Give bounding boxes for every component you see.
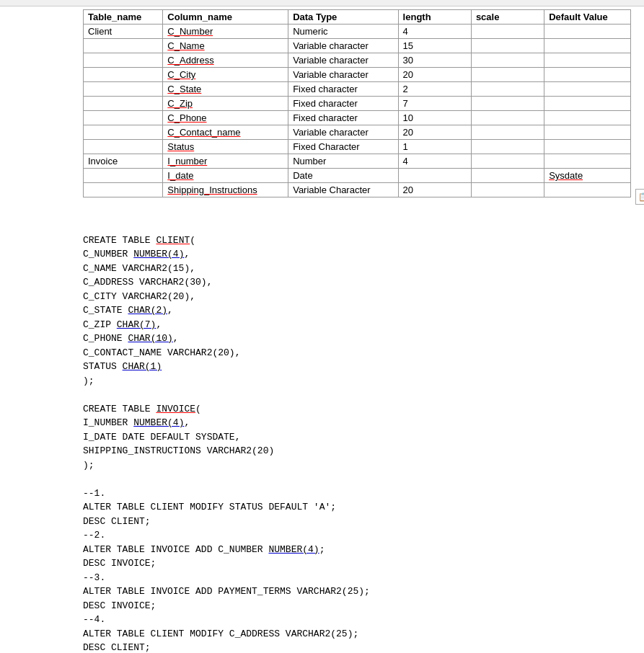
desc-2: DESC INVOICE; (83, 558, 156, 569)
table-row: ClientC_NumberNumeric4 (84, 25, 631, 39)
table-row: StatusFixed Character1 (84, 140, 631, 154)
cell-default-value (544, 111, 631, 125)
cell-column-name: C_City (163, 68, 288, 82)
cell-scale (471, 140, 544, 154)
cell-table-name (84, 68, 163, 82)
cell-default-value (544, 125, 631, 140)
create-invoice-keyword: CREATE TABLE (83, 404, 156, 414)
cell-table-name (84, 140, 163, 154)
cell-length: 20 (398, 183, 471, 197)
cell-table-name (84, 53, 163, 68)
cell-table-name (84, 111, 163, 125)
data-table-wrapper: Table_name Column_name Data Type length … (0, 9, 644, 197)
client-close: ); (83, 376, 94, 386)
header-data-type: Data Type (288, 10, 398, 25)
cell-table-name (84, 82, 163, 97)
cell-table-name (84, 125, 163, 140)
cell-column-name: C_State (163, 82, 288, 97)
cell-scale (471, 82, 544, 97)
cell-scale (471, 169, 544, 183)
cell-length: 15 (398, 39, 471, 53)
cell-default-value (544, 39, 631, 53)
cell-length: 7 (398, 97, 471, 111)
table-row: C_StateFixed character2 (84, 82, 631, 97)
desc-1: DESC CLIENT; (83, 516, 151, 527)
table-row: C_ZipFixed character7 (84, 97, 631, 111)
cell-default-value (544, 53, 631, 68)
comment-2: --2. (83, 530, 105, 541)
cell-table-name (84, 183, 163, 197)
c-address-line: C_ADDRESS VARCHAR2(30), (83, 277, 212, 288)
cell-data-type: Fixed character (288, 97, 398, 111)
cell-table-name: Client (84, 25, 163, 39)
cell-table-name: Invoice (84, 154, 163, 169)
c-state-line: C_STATE CHAR(2), (83, 305, 173, 316)
cell-data-type: Variable character (288, 68, 398, 82)
cell-data-type: Date (288, 169, 398, 183)
cell-length: 2 (398, 82, 471, 97)
cell-scale (471, 68, 544, 82)
cell-column-name: C_Address (163, 53, 288, 68)
cell-column-name: C_Name (163, 39, 288, 53)
cell-default-value (544, 82, 631, 97)
cell-scale (471, 154, 544, 169)
cell-length: 10 (398, 111, 471, 125)
table-row: I_dateDateSysdate (84, 169, 631, 183)
alter-1: ALTER TABLE CLIENT MODIFY STATUS DEFAULT… (83, 502, 336, 512)
header-column-name: Column_name (163, 10, 288, 25)
cell-default-value: Sysdate (544, 169, 631, 183)
i-date-line: I_DATE DATE DEFAULT SYSDATE, (83, 432, 240, 443)
desc-4: DESC CLIENT; (83, 642, 151, 653)
paste-icon[interactable]: 📋 (635, 189, 644, 205)
i-number-line: I_NUMBER NUMBER(4), (83, 417, 190, 428)
cell-scale (471, 183, 544, 197)
c-phone-line: C_PHONE CHAR(10), (83, 333, 179, 344)
table-row: Shipping_InstructionsVariable Character2… (84, 183, 631, 197)
c-city-line: C_CITY VARCHAR2(20), (83, 291, 195, 302)
cell-column-name: Shipping_Instructions (163, 183, 288, 197)
cell-data-type: Fixed Character (288, 140, 398, 154)
table-row: C_PhoneFixed character10 (84, 111, 631, 125)
create-client-keyword: CREATE TABLE (83, 235, 156, 246)
cell-length: 4 (398, 154, 471, 169)
header-default-value: Default Value (544, 10, 631, 25)
cell-length: 30 (398, 53, 471, 68)
cell-length (398, 169, 471, 183)
cell-length: 4 (398, 25, 471, 39)
cell-length: 20 (398, 125, 471, 140)
c-name-line: C_NAME VARCHAR2(15), (83, 263, 195, 274)
c-number-line: C_NUMBER NUMBER(4), (83, 249, 190, 259)
cell-column-name: C_Number (163, 25, 288, 39)
header-table-name: Table_name (84, 10, 163, 25)
cell-scale (471, 111, 544, 125)
header-length: length (398, 10, 471, 25)
cell-column-name: C_Phone (163, 111, 288, 125)
schema-table: Table_name Column_name Data Type length … (83, 9, 631, 197)
cell-column-name: C_Zip (163, 97, 288, 111)
cell-data-type: Variable Character (288, 183, 398, 197)
comment-4: --4. (83, 614, 105, 625)
cell-table-name (84, 97, 163, 111)
client-table-name: CLIENT (156, 235, 190, 246)
cell-column-name: Status (163, 140, 288, 154)
code-area: CREATE TABLE CLIENT( C_NUMBER NUMBER(4),… (0, 219, 644, 653)
cell-data-type: Fixed character (288, 111, 398, 125)
table-row: C_NameVariable character15 (84, 39, 631, 53)
alter-2: ALTER TABLE INVOICE ADD C_NUMBER NUMBER(… (83, 544, 325, 555)
cell-length: 20 (398, 68, 471, 82)
comment-3: --3. (83, 572, 105, 583)
desc-3: DESC INVOICE; (83, 600, 156, 611)
cell-column-name: I_date (163, 169, 288, 183)
top-bar (0, 0, 644, 6)
cell-data-type: Number (288, 154, 398, 169)
status-line: STATUS CHAR(1) (83, 361, 162, 372)
cell-scale (471, 97, 544, 111)
cell-default-value (544, 97, 631, 111)
cell-scale (471, 125, 544, 140)
comment-1: --1. (83, 488, 105, 499)
shipping-line: SHIPPING_INSTRUCTIONS VARCHAR2(20) (83, 445, 274, 456)
cell-default-value (544, 140, 631, 154)
table-header-row: Table_name Column_name Data Type length … (84, 10, 631, 25)
cell-table-name (84, 39, 163, 53)
cell-scale (471, 39, 544, 53)
